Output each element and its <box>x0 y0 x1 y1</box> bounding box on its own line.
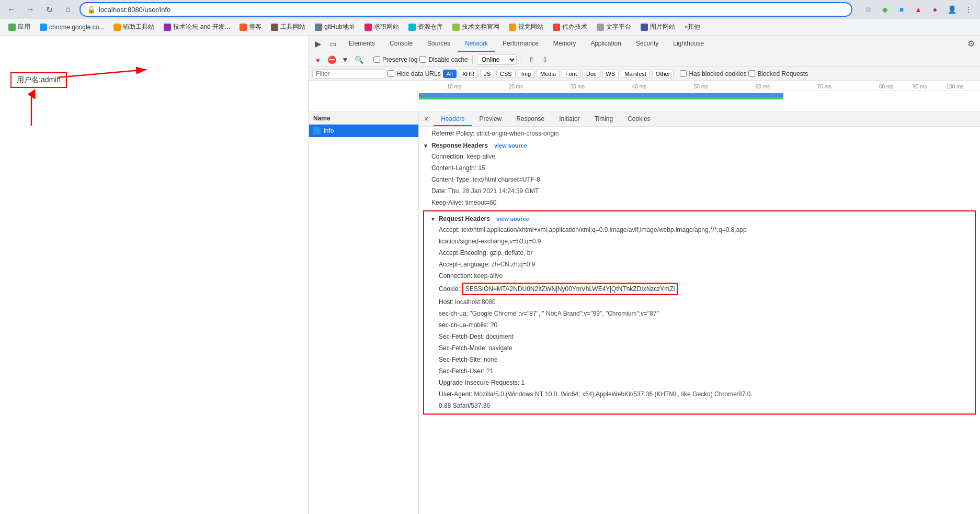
bookmark-agency[interactable]: 代办技术 <box>549 20 591 33</box>
extension4-button[interactable]: ● <box>928 2 942 17</box>
blocked-cookies-input[interactable] <box>680 70 687 77</box>
bookmark-chrome[interactable]: chrome.google.co... <box>36 21 108 33</box>
preserve-log-checkbox[interactable]: Preserve log <box>373 56 417 63</box>
bookmark-docs[interactable]: 技术文档官网 <box>448 20 504 33</box>
blocked-requests-input[interactable] <box>748 70 755 77</box>
main-area: 用户名:admin <box>0 36 980 514</box>
filter-input[interactable] <box>312 69 385 79</box>
filter-all-btn[interactable]: All <box>443 70 457 78</box>
filter-manifest-btn[interactable]: Manifest <box>621 70 650 78</box>
devtools-settings-button[interactable]: ⚙ <box>962 39 980 49</box>
bookmark-other[interactable]: »其他 <box>680 20 705 33</box>
detail-tab-preview[interactable]: Preview <box>472 112 509 126</box>
clear-button[interactable]: ⛔ <box>326 54 337 65</box>
response-headers-title[interactable]: ▼ Response Headers view source <box>419 140 980 151</box>
tab-network[interactable]: Network <box>458 36 495 52</box>
address-bar[interactable]: 🔒 localhost:8080/user/info <box>79 2 852 17</box>
preserve-log-input[interactable] <box>373 56 380 63</box>
extension1-button[interactable]: ◆ <box>878 2 892 17</box>
tab-sources[interactable]: Sources <box>420 36 458 52</box>
bookmark-toolsite[interactable]: 工具网站 <box>267 20 310 33</box>
disable-cache-input[interactable] <box>419 56 426 63</box>
filter-font-btn[interactable]: Font <box>562 70 580 78</box>
tab-elements[interactable]: Elements <box>341 36 382 52</box>
tab-console[interactable]: Console <box>382 36 420 52</box>
devtools-inspect-button[interactable]: ▶ <box>311 37 325 51</box>
bookmark-forum[interactable]: 技术论坛 and 开发... <box>159 20 234 33</box>
bookmark-label: 辅助工具站 <box>123 23 154 31</box>
filter-js-btn[interactable]: JS <box>480 70 494 78</box>
bookmark-tools[interactable]: 辅助工具站 <box>109 20 158 33</box>
bookmark-resources[interactable]: 资源仓库 <box>404 20 447 33</box>
url-text: localhost:8080/user/info <box>99 6 170 14</box>
menu-button[interactable]: ⋮ <box>961 2 976 17</box>
filter-toggle-button[interactable]: ▼ <box>339 54 351 65</box>
request-headers-title[interactable]: ▼ Request Headers view source <box>426 214 973 224</box>
throttle-select[interactable]: Online Fast 3G Slow 3G Offline <box>477 54 517 65</box>
request-headers-section: ▼ Request Headers view source Accept: te… <box>423 210 976 415</box>
record-button[interactable]: ● <box>312 54 324 65</box>
filter-ws-btn[interactable]: WS <box>602 70 619 78</box>
separator1 <box>369 55 369 64</box>
response-headers-section: ▼ Response Headers view source Connectio… <box>419 140 980 208</box>
header-accept-encoding: Accept-Encoding: gzip, deflate, br <box>426 247 973 259</box>
tab-memory[interactable]: Memory <box>546 36 583 52</box>
network-list-item-info[interactable]: info <box>309 125 418 137</box>
filter-xhr-btn[interactable]: XHR <box>459 70 478 78</box>
tick-80ms: 80 ms <box>879 84 893 90</box>
close-tab-btn[interactable]: × <box>419 112 434 126</box>
toolsite-icon <box>271 24 278 31</box>
detail-tab-timing[interactable]: Timing <box>587 112 621 126</box>
hide-data-urls-checkbox[interactable]: Hide data URLs <box>388 70 441 77</box>
bookmark-images[interactable]: 图片网站 <box>636 20 679 33</box>
bookmark-blog[interactable]: 博客 <box>235 20 266 33</box>
tab-lighthouse[interactable]: Lighthouse <box>666 36 711 52</box>
bookmark-star-button[interactable]: ☆ <box>861 2 875 17</box>
import-button[interactable]: ⇧ <box>526 54 537 65</box>
devtools-device-button[interactable]: ▭ <box>326 37 339 51</box>
bookmark-visual[interactable]: 视觉网站 <box>505 20 548 33</box>
header-accept-cont: lication/signed-exchange;v=b3;q=0.9 <box>426 236 973 247</box>
bookmark-github[interactable]: gitHub地址 <box>311 20 359 33</box>
blocked-cookies-checkbox[interactable]: Has blocked cookies <box>680 70 746 77</box>
detail-tab-cookies[interactable]: Cookies <box>620 112 657 126</box>
home-button[interactable]: ⌂ <box>61 2 75 17</box>
detail-tab-response[interactable]: Response <box>509 112 552 126</box>
extension2-button[interactable]: ■ <box>894 2 909 17</box>
response-view-source-link[interactable]: view source <box>494 142 527 149</box>
forward-button[interactable]: → <box>23 2 38 17</box>
refresh-button[interactable]: ↻ <box>42 2 56 17</box>
tab-performance[interactable]: Performance <box>495 36 546 52</box>
bookmark-label: 资源仓库 <box>418 23 443 31</box>
disable-cache-checkbox[interactable]: Disable cache <box>419 56 468 63</box>
filter-bar: Hide data URLs All XHR JS CSS Img Media … <box>309 67 980 81</box>
extension3-button[interactable]: ▲ <box>911 2 926 17</box>
header-sec-fetch-dest: Sec-Fetch-Dest: document <box>426 331 973 342</box>
filter-media-btn[interactable]: Media <box>537 70 560 78</box>
profile-button[interactable]: 👤 <box>944 2 959 17</box>
hide-data-urls-input[interactable] <box>388 70 394 77</box>
filter-img-btn[interactable]: Img <box>518 70 534 78</box>
detail-tab-initiator[interactable]: Initiator <box>552 112 587 126</box>
blocked-requests-checkbox[interactable]: Blocked Requests <box>748 70 808 77</box>
filter-doc-btn[interactable]: Doc <box>583 70 600 78</box>
tab-application[interactable]: Application <box>583 36 629 52</box>
filter-other-btn[interactable]: Other <box>652 70 674 78</box>
search-button[interactable]: 🔍 <box>353 54 364 65</box>
bookmark-apps[interactable]: 应用 <box>4 20 35 33</box>
export-button[interactable]: ⇩ <box>539 54 551 65</box>
bookmark-jobs[interactable]: 求职网站 <box>360 20 403 33</box>
filter-css-btn[interactable]: CSS <box>496 70 516 78</box>
detail-tab-headers[interactable]: Headers <box>434 112 472 126</box>
tick-40ms: 40 ms <box>632 84 646 90</box>
back-button[interactable]: ← <box>4 2 19 17</box>
header-sec-fetch-user: Sec-Fetch-User: ?1 <box>426 365 973 377</box>
request-view-source-link[interactable]: view source <box>496 216 529 222</box>
browser-chrome: ← → ↻ ⌂ 🔒 localhost:8080/user/info ☆ ◆ ■… <box>0 0 980 19</box>
timeline-bars <box>419 93 980 100</box>
header-sec-fetch-site: Sec-Fetch-Site: none <box>426 354 973 365</box>
tick-60ms: 60 ms <box>756 84 770 90</box>
bookmark-text[interactable]: 文字平台 <box>592 20 635 33</box>
tab-security[interactable]: Security <box>629 36 666 52</box>
timeline-bar-green <box>419 97 783 99</box>
